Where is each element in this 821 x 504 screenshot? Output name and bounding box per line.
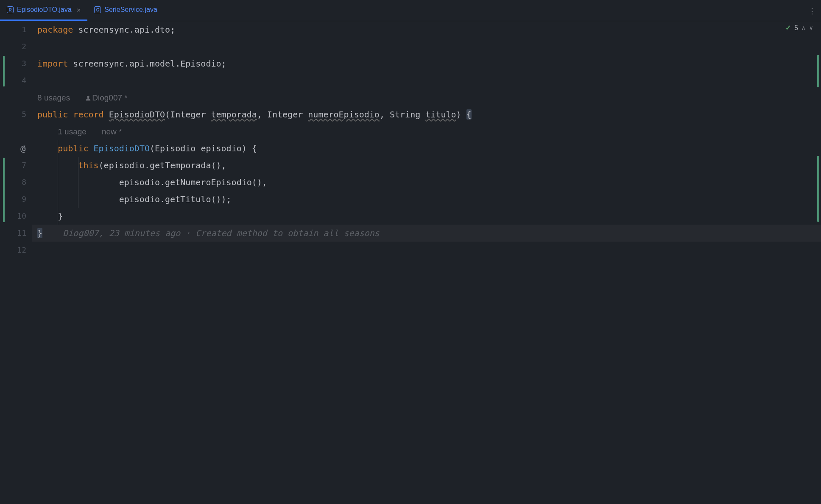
code-line[interactable]: public EpisodioDTO(Episodio episodio) {: [32, 140, 821, 157]
line-number[interactable]: 8: [0, 174, 32, 191]
line-number[interactable]: 11: [0, 225, 32, 242]
usage-hint[interactable]: 1 usage new *: [32, 123, 821, 140]
code-line[interactable]: [32, 72, 821, 89]
editor-tab-bar: R EpisodioDTO.java × C SerieService.java…: [0, 0, 821, 21]
tab-label: SerieService.java: [104, 6, 157, 14]
more-tabs-icon[interactable]: ⋮: [808, 6, 816, 15]
gutter-spacer: [0, 89, 32, 106]
code-line[interactable]: this(episodio.getTemporada(),: [32, 157, 821, 174]
java-class-icon: C: [94, 6, 101, 13]
svg-point-0: [87, 95, 89, 97]
code-line[interactable]: [32, 38, 821, 55]
code-line[interactable]: }: [32, 208, 821, 225]
line-number[interactable]: 9: [0, 191, 32, 208]
line-number[interactable]: 1: [0, 21, 32, 38]
code-area[interactable]: package screensync.api.dto; import scree…: [32, 21, 821, 504]
tab-serieservice[interactable]: C SerieService.java: [87, 0, 164, 21]
editor-area: ✓ 5 ∧ ∨ 1 2 3 4 5 6@ 7 8 9 10 11 12 pack…: [0, 21, 821, 504]
code-line[interactable]: [32, 242, 821, 259]
line-number[interactable]: 10: [0, 208, 32, 225]
code-line-current[interactable]: } Diog007, 23 minutes ago · Created meth…: [32, 225, 821, 242]
code-line[interactable]: package screensync.api.dto;: [32, 21, 821, 38]
vcs-added-marker[interactable]: [3, 56, 5, 86]
line-number[interactable]: 3: [0, 55, 32, 72]
vcs-added-marker[interactable]: [3, 158, 5, 222]
git-blame-annotation[interactable]: Diog007, 23 minutes ago · Created method…: [63, 228, 380, 238]
code-line[interactable]: public record EpisodioDTO(Integer tempor…: [32, 106, 821, 123]
tab-episodiodto[interactable]: R EpisodioDTO.java ×: [0, 0, 87, 21]
java-record-icon: R: [7, 6, 14, 13]
line-number[interactable]: 5: [0, 106, 32, 123]
gutter-spacer: [0, 123, 32, 140]
code-line[interactable]: episodio.getTitulo());: [32, 191, 821, 208]
right-gutter: [815, 21, 821, 504]
line-number[interactable]: 7: [0, 157, 32, 174]
line-number[interactable]: 12: [0, 242, 32, 259]
vcs-added-marker-right[interactable]: [817, 156, 819, 222]
close-icon[interactable]: ×: [77, 6, 81, 14]
caret-position: }: [37, 228, 42, 238]
tab-label: EpisodioDTO.java: [17, 6, 72, 14]
code-line[interactable]: episodio.getNumeroEpisodio(),: [32, 174, 821, 191]
line-number[interactable]: 6@: [0, 140, 32, 157]
override-annotation-icon[interactable]: @: [20, 140, 25, 157]
code-line[interactable]: import screensync.api.model.Episodio;: [32, 55, 821, 72]
line-number[interactable]: 4: [0, 72, 32, 89]
line-number-gutter: 1 2 3 4 5 6@ 7 8 9 10 11 12: [0, 21, 32, 504]
usage-hint[interactable]: 8 usages Diog007 *: [32, 89, 821, 106]
line-number[interactable]: 2: [0, 38, 32, 55]
person-icon: [85, 95, 91, 101]
vcs-added-marker-right[interactable]: [817, 55, 819, 87]
